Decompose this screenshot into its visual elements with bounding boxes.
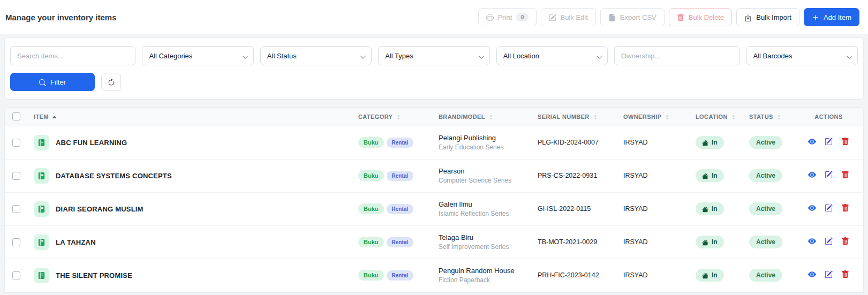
ownership-value: IRSYAD [619, 225, 691, 259]
table-row: DATABASE SYSTEMS CONCEPTS BukuRental Pea… [5, 159, 863, 192]
bulk-delete-button[interactable]: Bulk Delete [669, 8, 732, 26]
add-item-button[interactable]: Add Item [804, 8, 859, 26]
table-row: THE SILENT PROMISE BukuRental Penguin Ra… [5, 259, 863, 292]
plus-icon [812, 13, 819, 21]
model-name: Early Education Series [439, 143, 527, 151]
status-badge: Active [749, 202, 782, 215]
view-button[interactable] [808, 138, 816, 146]
sort-icon [488, 114, 494, 120]
export-csv-button[interactable]: Export CSV [600, 8, 665, 26]
row-checkbox[interactable] [12, 172, 20, 180]
edit-button[interactable] [825, 237, 833, 245]
row-checkbox[interactable] [12, 271, 20, 279]
print-count-badge: 0 [516, 13, 528, 21]
type-badge: Rental [387, 138, 414, 148]
view-button[interactable] [808, 270, 816, 278]
delete-button[interactable] [841, 270, 849, 278]
house-icon [702, 238, 708, 246]
sort-icon [593, 114, 598, 120]
edit-button[interactable] [825, 270, 833, 278]
brand-name: Pearson [439, 167, 527, 175]
model-name: Computer Science Series [439, 177, 527, 184]
book-icon [34, 135, 49, 150]
refresh-button[interactable] [101, 73, 121, 91]
filter-panel: All Categories All Status All Types All … [4, 37, 864, 100]
location-pill: In [696, 269, 724, 282]
location-select-wrap: All Location [496, 46, 608, 65]
category-badge: Buku [358, 203, 384, 214]
row-checkbox[interactable] [12, 139, 20, 147]
book-icon [34, 168, 49, 184]
delete-button[interactable] [841, 138, 849, 146]
location-label: In [712, 238, 718, 246]
status-select-wrap: All Status [260, 46, 372, 65]
column-header-location[interactable]: LOCATION [691, 108, 745, 126]
status-select[interactable]: All Status [260, 46, 372, 65]
column-header-item[interactable]: ITEM [29, 108, 354, 126]
edit-button[interactable] [825, 138, 833, 146]
row-checkbox[interactable] [12, 205, 20, 213]
item-name: ABC FUN LEARNING [56, 139, 127, 147]
serial-number: PRS-CS-2022-0931 [533, 159, 619, 192]
column-header-serial-number[interactable]: SERIAL NUMBER [533, 108, 619, 126]
filter-button[interactable]: Filter [10, 73, 95, 91]
ownership-value: IRSYAD [619, 192, 691, 225]
model-name: Islamic Reflection Series [439, 210, 527, 217]
status-badge: Active [749, 269, 782, 282]
type-badge: Rental [387, 171, 414, 181]
edit-button[interactable] [825, 171, 833, 179]
print-button[interactable]: Print 0 [478, 8, 537, 26]
categories-select[interactable]: All Categories [142, 46, 253, 65]
column-header-ownership[interactable]: OWNERSHIP [619, 108, 691, 126]
item-name: DIARI SEORANG MUSLIM [56, 205, 144, 213]
delete-button[interactable] [841, 171, 849, 179]
model-name: Fiction Paperback [439, 276, 527, 284]
location-select[interactable]: All Location [496, 46, 608, 65]
column-header-brand-model[interactable]: BRAND/MODEL [434, 108, 533, 126]
delete-button[interactable] [841, 237, 849, 245]
location-label: In [712, 172, 718, 179]
view-button[interactable] [808, 171, 816, 179]
select-all-checkbox[interactable] [12, 112, 20, 120]
bulk-delete-label: Bulk Delete [689, 13, 724, 21]
brand-name: Telaga Biru [439, 233, 527, 241]
location-pill: In [696, 136, 724, 149]
pencil-square-icon [549, 13, 556, 21]
model-name: Self Improvement Series [439, 243, 527, 251]
search-input[interactable] [10, 46, 135, 65]
bulk-edit-button[interactable]: Bulk Edit [541, 8, 596, 26]
delete-button[interactable] [841, 204, 849, 212]
column-header-actions: ACTIONS [796, 108, 863, 126]
table-row: LA TAHZAN BukuRental Telaga Biru Self Im… [5, 225, 863, 259]
type-badge: Rental [387, 237, 414, 247]
location-label: In [712, 271, 718, 279]
type-badge: Rental [387, 270, 414, 281]
sort-icon [396, 114, 401, 120]
house-icon [702, 139, 708, 146]
view-button[interactable] [808, 204, 816, 212]
edit-button[interactable] [825, 204, 833, 212]
serial-number: PRH-FIC-2023-0142 [533, 259, 619, 292]
item-name: LA TAHZAN [56, 238, 96, 246]
printer-icon [486, 13, 494, 21]
view-button[interactable] [808, 237, 816, 245]
bulk-edit-label: Bulk Edit [561, 13, 588, 21]
row-checkbox[interactable] [12, 238, 20, 246]
house-icon [702, 172, 708, 179]
category-badge: Buku [358, 137, 384, 148]
barcodes-select[interactable]: All Barcodes [746, 46, 858, 65]
types-select-wrap: All Types [378, 46, 489, 65]
column-header-category[interactable]: CATEGORY [354, 108, 434, 126]
brand-name: Penguin Random House [439, 267, 527, 275]
table-row: ABC FUN LEARNING BukuRental Pelangi Publ… [5, 126, 863, 159]
serial-number: PLG-KID-2024-0007 [533, 126, 619, 159]
inventory-table-card: ITEM CATEGORY BRAND/MODEL SERIAL NUMBER … [4, 107, 864, 293]
book-icon [34, 268, 49, 283]
house-icon [702, 205, 708, 213]
add-item-label: Add Item [824, 13, 851, 21]
bulk-import-button[interactable]: Bulk Import [736, 8, 799, 26]
column-header-status[interactable]: STATUS [745, 108, 796, 126]
types-select[interactable]: All Types [378, 46, 489, 65]
brand-name: Pelangi Publishing [439, 134, 527, 142]
ownership-input[interactable] [614, 46, 739, 65]
